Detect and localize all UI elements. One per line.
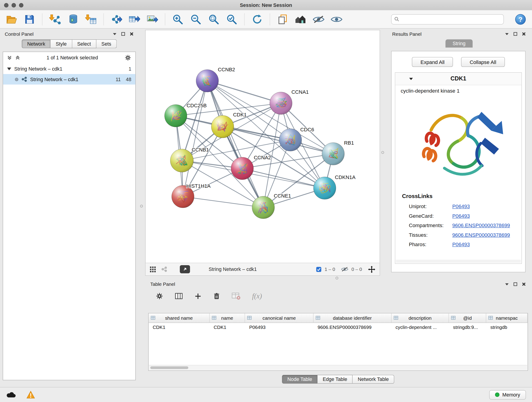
splitter-handle[interactable] (336, 277, 338, 279)
network-node-CDKN1A[interactable] (313, 177, 336, 199)
delete-column-trash-icon[interactable] (213, 293, 220, 300)
tab-network[interactable]: Network (22, 39, 51, 48)
network-node-CCNB2[interactable] (196, 70, 219, 92)
column-header--id[interactable]: @id (449, 313, 486, 322)
network-node-CCNE1[interactable] (252, 196, 274, 219)
network-row[interactable]: String Network – cdk1 11 48 (3, 74, 135, 85)
crosslink-link[interactable]: 9606.ENSP00000378699 (452, 222, 510, 228)
apply-layout-button[interactable] (251, 13, 263, 25)
crosslink-link[interactable]: P06493 (452, 213, 470, 218)
home-button[interactable] (294, 13, 307, 25)
zoom-fit-button[interactable] (208, 13, 220, 25)
zoom-in-button[interactable] (172, 13, 184, 25)
column-header-name[interactable]: name (210, 313, 245, 322)
show-elements-button[interactable] (330, 13, 342, 25)
grid-view-icon[interactable] (150, 266, 156, 273)
crosslink-link[interactable]: P06493 (452, 203, 470, 209)
tab-style[interactable]: Style (51, 39, 72, 48)
crosslink-link[interactable]: 9606.ENSP00000378699 (452, 232, 510, 237)
network-node-CDC25B[interactable] (165, 104, 187, 127)
collection-expand-icon[interactable] (7, 67, 11, 70)
network-edge-HIST1H1A-CCNE1[interactable] (183, 197, 263, 207)
save-session-button[interactable] (23, 13, 36, 25)
network-edge-CCNA2-CDKN1A[interactable] (242, 168, 325, 188)
splitter-handle[interactable] (381, 151, 384, 154)
import-network-button[interactable] (49, 13, 61, 25)
export-table-button[interactable] (128, 13, 140, 25)
network-edge-CCNB2-CCNE1[interactable] (207, 81, 263, 208)
column-header-description[interactable]: description (391, 313, 449, 322)
tab-edge-table[interactable]: Edge Table (317, 375, 353, 384)
toolbar-search-field[interactable] (391, 14, 504, 24)
selected-checkbox-icon[interactable] (316, 266, 322, 272)
tab-string[interactable]: String (445, 39, 472, 48)
gene-section-header[interactable]: CDK1 (395, 73, 521, 85)
scrollbar-thumb[interactable] (150, 366, 188, 369)
hidden-eye-slash-icon[interactable] (341, 267, 348, 272)
copy-document-button[interactable] (277, 13, 289, 25)
warning-icon[interactable] (27, 391, 35, 399)
table-panel-close-button[interactable] (522, 282, 526, 286)
table-options-gear-icon[interactable] (156, 293, 163, 300)
table-row[interactable]: CDK1CDK1P064939606.ENSP00000378699cyclin… (149, 323, 528, 332)
network-canvas[interactable]: CCNB2CCNA1CDC25BCDK1CDC6RB1CCNB1CCNA2CDK… (146, 30, 380, 263)
column-header-namespac[interactable]: namespac (486, 313, 527, 322)
network-node-CCNB1[interactable] (170, 149, 193, 172)
export-network-button[interactable] (110, 13, 122, 25)
table-panel-float-button[interactable] (505, 283, 509, 286)
table-cell[interactable]: CDK1 (149, 323, 210, 332)
table-cell[interactable]: stringdb:9... (449, 323, 486, 332)
column-header-shared-name[interactable]: shared name (149, 313, 210, 322)
network-options-gear-icon[interactable] (124, 54, 131, 61)
gene-collapse-icon[interactable] (409, 77, 413, 80)
table-cell[interactable]: P06493 (245, 323, 314, 332)
tab-select[interactable]: Select (72, 39, 96, 48)
tab-network-table[interactable]: Network Table (353, 375, 394, 384)
network-node-CCNA2[interactable] (231, 157, 253, 180)
table-cell[interactable]: 9606.ENSP00000378699 (313, 323, 391, 332)
add-column-icon[interactable] (195, 293, 202, 300)
results-scrollbar[interactable] (396, 260, 521, 263)
table-cell[interactable]: cyclin-dependent ... (391, 323, 449, 332)
network-edge-CCNB2-CCNA1[interactable] (207, 81, 281, 103)
table-panel-maximize-button[interactable] (513, 282, 518, 286)
tab-sets[interactable]: Sets (96, 39, 117, 48)
export-image-button[interactable] (146, 13, 158, 25)
expand-all-button[interactable]: Expand All (412, 57, 453, 67)
network-node-RB1[interactable] (322, 143, 344, 165)
tab-node-table[interactable]: Node Table (282, 375, 318, 384)
control-panel-close-button[interactable] (130, 32, 134, 36)
network-collection-row[interactable]: String Network – cdk1 1 (3, 64, 135, 74)
table-cell[interactable]: stringdb (486, 323, 527, 332)
search-input[interactable] (401, 16, 501, 22)
column-header-canonical-name[interactable]: canonical name (245, 313, 314, 322)
show-columns-icon[interactable] (175, 293, 183, 300)
zoom-out-button[interactable] (190, 13, 202, 25)
pan-crosshair-icon[interactable] (368, 265, 375, 273)
results-panel-maximize-button[interactable] (513, 32, 518, 36)
cloud-status-icon[interactable] (6, 391, 16, 398)
table-horizontal-scrollbar[interactable] (149, 365, 527, 370)
network-node-CDC6[interactable] (279, 128, 302, 151)
help-button[interactable]: ? (514, 13, 526, 25)
control-panel-maximize-button[interactable] (121, 32, 125, 36)
collapse-all-networks-button[interactable] (7, 55, 12, 60)
results-panel-float-button[interactable] (505, 32, 509, 35)
zoom-selected-button[interactable] (226, 13, 238, 25)
hide-elements-button[interactable] (312, 13, 325, 25)
import-table-button[interactable] (85, 13, 97, 25)
control-panel-float-button[interactable] (113, 32, 117, 35)
results-panel-close-button[interactable] (522, 32, 526, 36)
table-cell[interactable]: CDK1 (210, 323, 245, 332)
expand-all-networks-button[interactable] (15, 55, 20, 60)
column-header-database-identifier[interactable]: database identifier (313, 313, 391, 322)
network-edge-CCNB2-HIST1H1A[interactable] (183, 81, 207, 197)
detach-view-button[interactable] (180, 265, 190, 274)
network-node-CDK1[interactable] (211, 115, 234, 138)
splitter-handle[interactable] (140, 205, 143, 207)
memory-button[interactable]: Memory (489, 390, 526, 399)
import-network-from-database-button[interactable] (67, 13, 79, 25)
collapse-all-button[interactable]: Collapse All (461, 57, 505, 67)
crosslink-link[interactable]: P06493 (452, 241, 470, 247)
network-share-icon[interactable] (161, 266, 167, 272)
